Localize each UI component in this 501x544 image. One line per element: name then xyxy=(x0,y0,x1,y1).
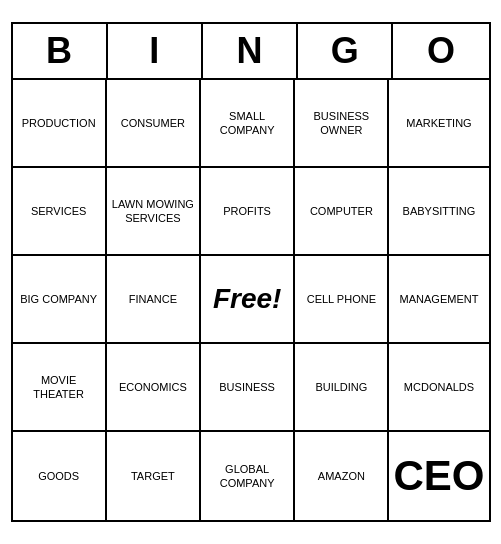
bingo-cell-1: CONSUMER xyxy=(107,80,201,168)
bingo-cell-8: COMPUTER xyxy=(295,168,389,256)
bingo-cell-16: ECONOMICS xyxy=(107,344,201,432)
bingo-cell-10: BIG COMPANY xyxy=(13,256,107,344)
bingo-cell-5: SERVICES xyxy=(13,168,107,256)
bingo-cell-4: MARKETING xyxy=(389,80,488,168)
bingo-cell-22: GLOBAL COMPANY xyxy=(201,432,295,520)
bingo-cell-15: MOVIE THEATER xyxy=(13,344,107,432)
bingo-cell-24: CEO xyxy=(389,432,488,520)
bingo-cell-11: FINANCE xyxy=(107,256,201,344)
bingo-cell-6: LAWN MOWING SERVICES xyxy=(107,168,201,256)
bingo-cell-7: PROFITS xyxy=(201,168,295,256)
bingo-cell-23: AMAZON xyxy=(295,432,389,520)
bingo-cell-13: CELL PHONE xyxy=(295,256,389,344)
bingo-grid: PRODUCTIONCONSUMERSMALL COMPANYBUSINESS … xyxy=(13,80,489,520)
bingo-cell-20: GOODS xyxy=(13,432,107,520)
bingo-header-N: N xyxy=(203,24,298,78)
bingo-cell-9: BABYSITTING xyxy=(389,168,488,256)
bingo-cell-2: SMALL COMPANY xyxy=(201,80,295,168)
bingo-header-I: I xyxy=(108,24,203,78)
bingo-cell-12: Free! xyxy=(201,256,295,344)
bingo-cell-14: MANAGEMENT xyxy=(389,256,488,344)
bingo-cell-17: BUSINESS xyxy=(201,344,295,432)
bingo-header-G: G xyxy=(298,24,393,78)
bingo-header-B: B xyxy=(13,24,108,78)
bingo-cell-3: BUSINESS OWNER xyxy=(295,80,389,168)
bingo-cell-21: TARGET xyxy=(107,432,201,520)
bingo-cell-18: BUILDING xyxy=(295,344,389,432)
bingo-cell-19: MCDONALDS xyxy=(389,344,488,432)
bingo-header-O: O xyxy=(393,24,488,78)
bingo-header: BINGO xyxy=(13,24,489,80)
bingo-card: BINGO PRODUCTIONCONSUMERSMALL COMPANYBUS… xyxy=(11,22,491,522)
bingo-cell-0: PRODUCTION xyxy=(13,80,107,168)
